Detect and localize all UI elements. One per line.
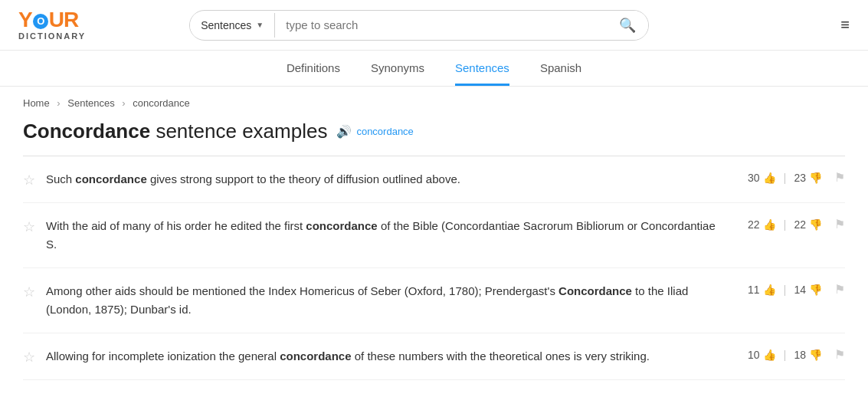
nav-tabs: Definitions Synonyms Sentences Spanish xyxy=(0,51,868,87)
vote-area: 22 👍 | 22 👎 ⚑ xyxy=(748,217,845,231)
page-title: Concordance sentence examples xyxy=(23,120,327,143)
star-button[interactable]: ☆ xyxy=(23,349,35,366)
sentence-text: Among other aids should be mentioned the… xyxy=(46,282,722,319)
thumbdown-icon: 👎 xyxy=(809,218,822,231)
search-type-dropdown[interactable]: Sentences ▼ xyxy=(190,13,275,38)
logo-y: Y xyxy=(18,8,32,31)
breadcrumb-home[interactable]: Home xyxy=(23,97,50,109)
tab-synonyms[interactable]: Synonyms xyxy=(371,51,424,86)
keyword: concordance xyxy=(75,172,146,185)
thumbdown-icon: 👎 xyxy=(809,349,822,361)
thumbdown-icon: 👎 xyxy=(809,284,822,296)
flag-button[interactable]: ⚑ xyxy=(834,282,845,297)
keyword: concordance xyxy=(280,349,351,363)
star-button[interactable]: ☆ xyxy=(23,284,35,300)
upvote-count: 30 👍 xyxy=(748,172,776,184)
downvote-number: 22 xyxy=(794,218,806,231)
star-button[interactable]: ☆ xyxy=(23,172,35,189)
audio-word-label: concordance xyxy=(356,126,413,137)
vote-area: 10 👍 | 18 👎 ⚑ xyxy=(748,347,845,362)
upvote-count: 10 👍 xyxy=(748,349,776,361)
list-item: ☆ Allowing for incomplete ionization the… xyxy=(23,333,845,380)
hamburger-menu-button[interactable]: ≡ xyxy=(840,16,850,34)
thumbup-icon: 👍 xyxy=(763,349,776,361)
downvote-count: 14 👎 xyxy=(794,284,822,296)
search-input[interactable] xyxy=(275,12,607,38)
search-type-label: Sentences xyxy=(201,19,251,31)
vote-separator: | xyxy=(784,348,787,361)
flag-button[interactable]: ⚑ xyxy=(834,170,845,185)
vote-separator: | xyxy=(784,283,787,296)
audio-button[interactable]: 🔊 concordance xyxy=(336,124,413,139)
thumbdown-icon: 👎 xyxy=(809,172,822,184)
upvote-number: 22 xyxy=(748,218,760,231)
thumbup-icon: 👍 xyxy=(763,218,776,231)
audio-icon: 🔊 xyxy=(336,124,352,139)
search-icon: 🔍 xyxy=(619,18,636,33)
logo: YOUR DICTIONARY xyxy=(18,9,86,41)
page-title-word: Concordance xyxy=(23,120,150,143)
logo-dictionary: DICTIONARY xyxy=(18,32,86,41)
tab-sentences[interactable]: Sentences xyxy=(455,51,509,86)
flag-button[interactable]: ⚑ xyxy=(834,217,845,231)
breadcrumb-section[interactable]: Sentences xyxy=(67,97,114,109)
sentence-text: Allowing for incomplete ionization the g… xyxy=(46,347,722,366)
search-button[interactable]: 🔍 xyxy=(607,11,648,40)
upvote-count: 11 👍 xyxy=(748,284,776,296)
star-button[interactable]: ☆ xyxy=(23,218,35,235)
vote-separator: | xyxy=(784,171,787,184)
logo-text: YOUR xyxy=(18,9,86,31)
vote-area: 30 👍 | 23 👎 ⚑ xyxy=(748,170,845,185)
page-title-area: Concordance sentence examples 🔊 concorda… xyxy=(0,113,868,156)
downvote-number: 18 xyxy=(794,349,806,361)
downvote-count: 22 👎 xyxy=(794,218,822,231)
downvote-number: 23 xyxy=(794,172,806,184)
list-item: ☆ Such concordance gives strong support … xyxy=(23,156,845,203)
chevron-down-icon: ▼ xyxy=(256,21,264,29)
breadcrumb: Home › Sentences › concordance xyxy=(0,87,868,113)
vote-area: 11 👍 | 14 👎 ⚑ xyxy=(748,282,845,297)
sentence-text: With the aid of many of his order he edi… xyxy=(46,217,722,254)
thumbup-icon: 👍 xyxy=(763,172,776,184)
upvote-number: 10 xyxy=(748,349,760,361)
list-item: ☆ With the aid of many of his order he e… xyxy=(23,203,845,268)
keyword: Concordance xyxy=(558,284,632,297)
sentence-text: Such concordance gives strong support to… xyxy=(46,170,722,189)
search-bar: Sentences ▼ 🔍 xyxy=(189,10,649,41)
flag-button[interactable]: ⚑ xyxy=(834,347,845,362)
thumbup-icon: 👍 xyxy=(763,284,776,296)
page-title-rest: sentence examples xyxy=(150,120,327,143)
sentence-list: ☆ Such concordance gives strong support … xyxy=(0,156,868,380)
header: YOUR DICTIONARY Sentences ▼ 🔍 ≡ xyxy=(0,0,868,51)
list-item: ☆ Among other aids should be mentioned t… xyxy=(23,268,845,333)
downvote-count: 23 👎 xyxy=(794,172,822,184)
tab-definitions[interactable]: Definitions xyxy=(287,51,340,86)
breadcrumb-sep-2: › xyxy=(122,97,125,109)
downvote-count: 18 👎 xyxy=(794,349,822,361)
logo-ur: UR xyxy=(49,8,78,31)
keyword: concordance xyxy=(306,219,377,232)
logo-o: O xyxy=(33,14,48,29)
breadcrumb-sep-1: › xyxy=(57,97,60,109)
upvote-number: 11 xyxy=(748,284,760,296)
upvote-number: 30 xyxy=(748,172,760,184)
downvote-number: 14 xyxy=(794,284,806,296)
upvote-count: 22 👍 xyxy=(748,218,776,231)
vote-separator: | xyxy=(784,218,787,231)
breadcrumb-current: concordance xyxy=(133,97,189,109)
tab-spanish[interactable]: Spanish xyxy=(540,51,581,86)
